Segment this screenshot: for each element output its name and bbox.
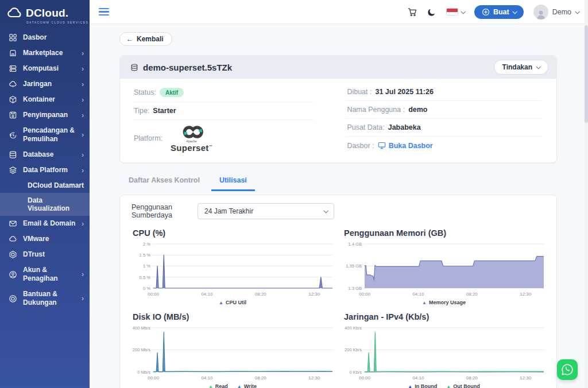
- superset-logo: Apache Superset™: [171, 125, 212, 152]
- email-icon: [8, 219, 17, 228]
- memory-chart-legend: ▲Memory Usage: [343, 300, 545, 305]
- chevron-right-icon: ›: [82, 49, 84, 57]
- svg-text:1.3 GB: 1.3 GB: [348, 286, 362, 291]
- svg-text:04:10: 04:10: [412, 292, 424, 297]
- svg-text:04:10: 04:10: [412, 375, 424, 381]
- svg-text:1.4 GB: 1.4 GB: [348, 242, 362, 247]
- chevron-right-icon: ›: [82, 80, 84, 88]
- sidebar-item-pencadangan[interactable]: Pencadangan & Pemulihan ›: [0, 123, 90, 147]
- sidebar-item-dasbor[interactable]: Dasbor: [0, 30, 90, 45]
- sidebar: DCloud. DATACOMM CLOUD SERVICES Dasbor M…: [0, 0, 90, 388]
- support-icon: [8, 294, 17, 303]
- sidebar-item-akun-penagihan[interactable]: Akun & Penagihan ›: [0, 262, 90, 286]
- sidebar-item-jaringan[interactable]: Jaringan ›: [0, 76, 90, 92]
- scrollbar-thumb[interactable]: [585, 25, 588, 123]
- sidebar-item-vmware[interactable]: VMware: [0, 231, 90, 247]
- chevron-down-icon: [512, 9, 517, 14]
- backup-restore-icon: [8, 131, 17, 139]
- svg-text:0 Mb/s: 0 Mb/s: [137, 370, 150, 375]
- time-range-select[interactable]: 24 Jam Terakhir: [198, 203, 334, 219]
- network-cloud-icon: [8, 80, 17, 88]
- database-icon: [130, 63, 138, 72]
- sidebar-subitem-dcloud-datamart[interactable]: DCloud Datamart: [0, 178, 90, 193]
- legend-triangle-icon: ▲: [237, 384, 242, 388]
- svg-text:0.5 %: 0.5 %: [140, 275, 151, 280]
- sidebar-item-data-platform[interactable]: Data Platform ›: [0, 162, 90, 178]
- svg-text:12:30: 12:30: [520, 292, 532, 297]
- memory-chart-plot: 1.3 GB1.35 GB1.4 GB00:0004:1008:2012:30: [343, 240, 545, 299]
- container-box-icon: [8, 95, 17, 104]
- dtrust-shield-icon: [8, 250, 17, 259]
- svg-text:0 Kb/s: 0 Kb/s: [349, 370, 362, 375]
- svg-text:08:20: 08:20: [255, 375, 267, 381]
- platform-row: Platform: Apache Superset™: [133, 120, 314, 153]
- svg-text:400 Kb/s: 400 Kb/s: [345, 325, 362, 331]
- chart-title: Jaringan - IPv4 (Kb/s): [344, 312, 545, 321]
- sidebar-item-email-domain[interactable]: Email & Domain ›: [0, 216, 90, 231]
- svg-text:1 %: 1 %: [143, 263, 150, 269]
- superset-wordmark: Superset™: [171, 143, 212, 152]
- svg-text:12:30: 12:30: [520, 375, 532, 381]
- sidebar-subitem-data-visualization[interactable]: Data Visualization: [0, 193, 90, 216]
- dashboard-icon: [8, 33, 17, 42]
- sidebar-item-database[interactable]: Database ›: [0, 147, 90, 162]
- svg-text:0 %: 0 %: [143, 286, 150, 291]
- legend-triangle-icon: ▲: [408, 384, 412, 388]
- instance-card: demo-superset.5sTZk Tindakan Status: Akt…: [119, 55, 557, 163]
- sidebar-item-komputasi[interactable]: Komputasi ›: [0, 61, 90, 76]
- marketplace-icon: [8, 49, 17, 57]
- compute-icon: [8, 64, 17, 73]
- whatsapp-button[interactable]: [557, 359, 578, 380]
- open-dashboard-link[interactable]: Buka Dasbor: [378, 142, 433, 150]
- create-button[interactable]: Buat: [474, 5, 524, 19]
- svg-text:1.35 GB: 1.35 GB: [346, 263, 362, 269]
- chevron-right-icon: ›: [82, 151, 84, 159]
- legend-triangle-icon: ▲: [219, 300, 223, 305]
- user-name: Demo: [552, 8, 571, 16]
- sidebar-item-marketplace[interactable]: Marketplace ›: [0, 45, 90, 61]
- chevron-right-icon: ›: [82, 220, 84, 228]
- whatsapp-icon: [561, 363, 574, 376]
- chart-memory: Penggunaan Memori (GB) 1.3 GB1.35 GB1.4 …: [343, 228, 545, 305]
- svg-text:08:20: 08:20: [255, 292, 267, 297]
- chevron-right-icon: ›: [82, 131, 84, 139]
- instance-details-left: Status: Aktif Tipe: Starter Platform:: [133, 83, 314, 154]
- actions-button[interactable]: Tindakan: [494, 60, 548, 75]
- chevron-down-icon: [575, 9, 579, 14]
- cpu-chart-plot: 0 %0.5 %1 %1.5 %2 %00:0004:1008:2012:30: [131, 240, 334, 299]
- svg-text:1.5 %: 1.5 %: [140, 253, 151, 258]
- sidebar-item-penyimpanan[interactable]: Penyimpanan ›: [0, 107, 90, 123]
- account-icon: [8, 270, 17, 279]
- page-scrollbar[interactable]: [585, 0, 588, 388]
- chevron-right-icon: ›: [82, 166, 84, 174]
- monitor-icon: [378, 142, 386, 149]
- type-row: Tipe: Starter: [133, 102, 314, 120]
- brand-logo[interactable]: DCloud. DATACOMM CLOUD SERVICES: [0, 0, 90, 30]
- instance-details-right: Dibuat : 31 Jul 2025 11:26 Nama Pengguna…: [346, 83, 541, 154]
- back-button[interactable]: ← Kembali: [119, 32, 172, 46]
- user-menu[interactable]: Demo: [533, 5, 579, 20]
- tab-utilisasi[interactable]: Utilisasi: [211, 172, 255, 191]
- app-window: DCloud. DATACOMM CLOUD SERVICES Dasbor M…: [0, 0, 588, 388]
- sidebar-item-bantuan-dukungan[interactable]: Bantuan & Dukungan ›: [0, 286, 90, 311]
- svg-text:12:30: 12:30: [308, 375, 320, 381]
- arrow-left-icon: ←: [126, 35, 133, 43]
- sidebar-item-kontainer[interactable]: Kontainer ›: [0, 92, 90, 107]
- hamburger-menu-icon[interactable]: [99, 8, 109, 15]
- chevron-right-icon: ›: [82, 111, 84, 119]
- chevron-down-icon: [323, 208, 328, 213]
- dark-mode-moon-icon[interactable]: [427, 7, 436, 17]
- cart-icon[interactable]: [408, 7, 417, 17]
- network-chart-plot: 0 Kb/s200 Kb/s400 Kb/s00:0004:1008:2012:…: [343, 324, 545, 383]
- svg-text:200 Kb/s: 200 Kb/s: [345, 347, 362, 352]
- svg-text:00:00: 00:00: [148, 292, 160, 297]
- tab-daftar-akses-kontrol[interactable]: Daftar Akses Kontrol: [121, 172, 208, 191]
- chevron-down-icon: [536, 64, 540, 69]
- sidebar-item-dtrust[interactable]: DTrust: [0, 247, 90, 262]
- language-selector[interactable]: [446, 8, 465, 15]
- chart-cpu: CPU (%) 0 %0.5 %1 %1.5 %2 %00:0004:1008:…: [131, 228, 334, 305]
- chevron-right-icon: ›: [82, 294, 84, 302]
- cpu-chart-legend: ▲CPU Util: [131, 300, 334, 305]
- created-row: Dibuat : 31 Jul 2025 11:26: [346, 83, 541, 101]
- topbar: Buat Demo: [90, 0, 588, 24]
